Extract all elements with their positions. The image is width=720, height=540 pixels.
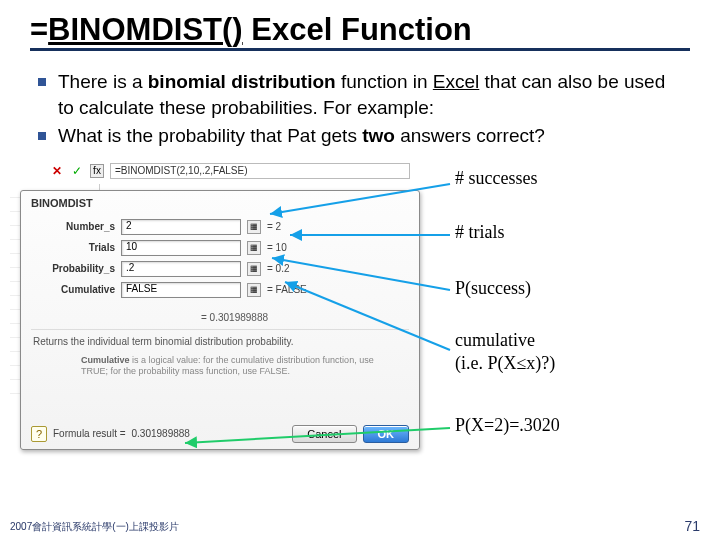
range-picker-icon[interactable]: ▦ [247, 262, 261, 276]
arg-input-probability-s[interactable]: .2 [121, 261, 241, 277]
arg-label: Cumulative [35, 284, 115, 295]
range-picker-icon[interactable]: ▦ [247, 283, 261, 297]
arg-input-cumulative[interactable]: FALSE [121, 282, 241, 298]
dialog-title: BINOMDIST [21, 191, 419, 211]
annotation-cumulative-b: (i.e. P(X≤x)?) [455, 353, 555, 374]
function-arguments-dialog: BINOMDIST Number_s 2 ▦ = 2 Trials 10 ▦ =… [20, 190, 420, 450]
arg-resolved: = 2 [267, 221, 281, 232]
footer-left: 2007會計資訊系統計學(一)上課投影片 [10, 520, 179, 534]
annotation-successes: # successes [455, 168, 537, 189]
arg-row-probability-s: Probability_s .2 ▦ = 0.2 [35, 260, 409, 278]
bullet-1: There is a binomial distribution functio… [58, 69, 682, 121]
arg-input-number-s[interactable]: 2 [121, 219, 241, 235]
arg-resolved: = 0.2 [267, 263, 290, 274]
arg-label: Probability_s [35, 263, 115, 274]
title-func: BINOMDIST() [48, 12, 243, 47]
arg-input-trials[interactable]: 10 [121, 240, 241, 256]
formula-result-value: 0.301989888 [132, 428, 190, 439]
footer-right: 71 [684, 518, 700, 534]
title-rest: Excel Function [243, 12, 472, 47]
enter-icon[interactable]: ✓ [70, 164, 84, 178]
annotation-result: P(X=2)=.3020 [455, 415, 560, 436]
arg-resolved: = 10 [267, 242, 287, 253]
formula-input[interactable]: =BINOMDIST(2,10,.2,FALSE) [110, 163, 410, 179]
arg-resolved: = FALSE [267, 284, 307, 295]
arg-label: Number_s [35, 221, 115, 232]
range-picker-icon[interactable]: ▦ [247, 220, 261, 234]
formula-result-label: Formula result = [53, 428, 126, 439]
dialog-desc1: Returns the individual term binomial dis… [21, 332, 419, 351]
bullet-2: What is the probability that Pat gets tw… [58, 123, 682, 149]
arg-row-trials: Trials 10 ▦ = 10 [35, 239, 409, 257]
arg-label: Trials [35, 242, 115, 253]
fx-icon[interactable]: fx [90, 164, 104, 178]
formula-bar: ✕ ✓ fx =BINOMDIST(2,10,.2,FALSE) [50, 160, 410, 182]
cancel-button[interactable]: Cancel [292, 425, 356, 443]
dialog-desc2: Cumulative is a logical value: for the c… [21, 351, 419, 378]
dialog-big-result: = 0.301989888 [21, 310, 419, 327]
arg-row-cumulative: Cumulative FALSE ▦ = FALSE [35, 281, 409, 299]
help-icon[interactable]: ? [31, 426, 47, 442]
ok-button[interactable]: OK [363, 425, 410, 443]
arg-row-number-s: Number_s 2 ▦ = 2 [35, 218, 409, 236]
annotation-trials: # trials [455, 222, 505, 243]
cancel-icon[interactable]: ✕ [50, 164, 64, 178]
range-picker-icon[interactable]: ▦ [247, 241, 261, 255]
slide-title: =BINOMDIST() Excel Function [30, 12, 690, 51]
annotation-psuccess: P(success) [455, 278, 531, 299]
title-eq: = [30, 12, 48, 47]
annotation-cumulative-a: cumulative [455, 330, 535, 351]
